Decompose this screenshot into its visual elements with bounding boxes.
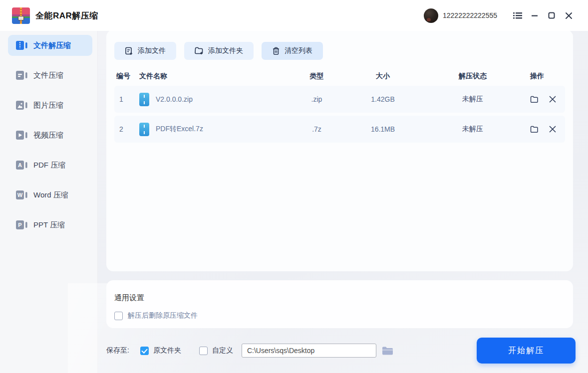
col-header-status: 解压状态 (419, 72, 524, 81)
remove-file-icon[interactable] (549, 126, 556, 133)
browse-folder-icon[interactable] (382, 346, 393, 356)
save-to-label: 保存至: (106, 346, 129, 355)
sidebar-item-label: Word 压缩 (33, 190, 68, 200)
sidebar-item-label: 视频压缩 (33, 131, 63, 140)
unzip-icon (15, 40, 27, 50)
original-folder-checkbox[interactable] (140, 347, 149, 355)
zip-file-icon (139, 93, 149, 106)
app-title: 全能RAR解压缩 (35, 10, 98, 21)
sidebar-item-label: 文件压缩 (33, 71, 63, 80)
sidebar-item-file-unzip[interactable]: 文件解压缩 (8, 35, 92, 56)
file-type: .zip (287, 95, 344, 103)
delete-after-label: 解压后删除原压缩文件 (128, 311, 198, 320)
svg-text:P: P (18, 222, 21, 228)
app-logo-icon (12, 7, 30, 24)
open-folder-icon[interactable] (530, 96, 539, 103)
video-compress-icon (15, 130, 27, 140)
menu-list-icon[interactable] (511, 9, 524, 22)
delete-after-option: 解压后删除原压缩文件 (114, 311, 565, 320)
add-folder-label: 添加文件夹 (208, 46, 243, 55)
col-header-name: 文件名称 (137, 72, 287, 81)
close-icon[interactable] (562, 9, 575, 22)
file-size: 1.42GB (344, 95, 419, 103)
custom-path-checkbox[interactable] (199, 347, 208, 355)
status-badge: 未解压 (419, 95, 524, 104)
user-id: 12222222222555 (443, 11, 497, 19)
sidebar-item-file-compress[interactable]: 文件压缩 (8, 65, 92, 86)
add-folder-icon (195, 47, 204, 55)
settings-title: 通用设置 (114, 293, 565, 303)
row-number: 1 (114, 95, 137, 103)
add-folder-button[interactable]: 添加文件夹 (184, 42, 254, 60)
col-header-size: 大小 (344, 72, 419, 81)
sidebar: 文件解压缩 文件压缩 图片压缩 视频压缩 A PDF (0, 31, 98, 373)
minimize-icon[interactable] (528, 9, 541, 22)
open-folder-icon[interactable] (530, 126, 539, 133)
start-decompress-button[interactable]: 开始解压 (477, 338, 576, 364)
sidebar-item-pdf-compress[interactable]: A PDF 压缩 (8, 155, 92, 176)
save-path-input[interactable] (242, 344, 376, 358)
table-header: 编号 文件名称 类型 大小 解压状态 操作 (114, 70, 565, 83)
clear-list-button[interactable]: 清空列表 (262, 42, 323, 60)
remove-file-icon[interactable] (549, 96, 556, 103)
word-compress-icon: W (15, 190, 27, 200)
sidebar-item-label: PDF 压缩 (33, 161, 65, 170)
maximize-icon[interactable] (545, 9, 558, 22)
row-number: 2 (114, 125, 137, 133)
zip-file-icon (139, 123, 149, 136)
add-file-button[interactable]: 添加文件 (114, 42, 176, 60)
original-folder-label: 原文件夹 (153, 346, 181, 355)
file-size: 16.1MB (344, 125, 419, 133)
main-area: 添加文件 添加文件夹 清空列表 编号 文件名称 (98, 31, 588, 373)
table-row: 2 PDF转Excel.7z .7z 16.1MB 未解压 (114, 116, 565, 143)
sidebar-item-label: 图片压缩 (33, 101, 63, 110)
add-file-icon (125, 47, 133, 55)
avatar[interactable] (424, 8, 438, 23)
title-bar: 全能RAR解压缩 12222222222555 (0, 0, 588, 31)
file-name: PDF转Excel.7z (156, 125, 203, 134)
sidebar-item-ppt-compress[interactable]: P PPT 压缩 (8, 214, 92, 235)
file-compress-icon (15, 70, 27, 80)
sidebar-item-label: PPT 压缩 (33, 220, 65, 230)
status-badge: 未解压 (419, 125, 524, 134)
add-file-label: 添加文件 (138, 46, 166, 55)
svg-text:W: W (17, 192, 23, 198)
file-type: .7z (287, 125, 344, 133)
pdf-compress-icon: A (15, 160, 27, 170)
delete-after-checkbox[interactable] (114, 312, 123, 320)
svg-text:A: A (18, 162, 22, 168)
table-row: 1 V2.0.0.0.zip .zip 1.42GB 未解压 (114, 86, 565, 113)
trash-icon (272, 47, 280, 55)
general-settings-card: 通用设置 解压后删除原压缩文件 (106, 280, 573, 328)
sidebar-item-label: 文件解压缩 (33, 41, 71, 50)
col-header-ops: 操作 (524, 72, 565, 81)
col-header-no: 编号 (114, 72, 137, 81)
image-compress-icon (15, 100, 27, 110)
sidebar-item-video-compress[interactable]: 视频压缩 (8, 125, 92, 146)
col-header-type: 类型 (287, 72, 344, 81)
sidebar-item-image-compress[interactable]: 图片压缩 (8, 95, 92, 116)
toolbar: 添加文件 添加文件夹 清空列表 (114, 42, 565, 60)
footer-bar: 保存至: 原文件夹 自定义 开始解压 (98, 328, 588, 373)
ppt-compress-icon: P (15, 220, 27, 230)
file-name: V2.0.0.0.zip (156, 95, 193, 103)
file-list-card: 添加文件 添加文件夹 清空列表 编号 文件名称 (106, 30, 573, 271)
clear-list-label: 清空列表 (285, 46, 312, 55)
sidebar-item-word-compress[interactable]: W Word 压缩 (8, 185, 92, 205)
custom-path-label: 自定义 (212, 346, 233, 355)
